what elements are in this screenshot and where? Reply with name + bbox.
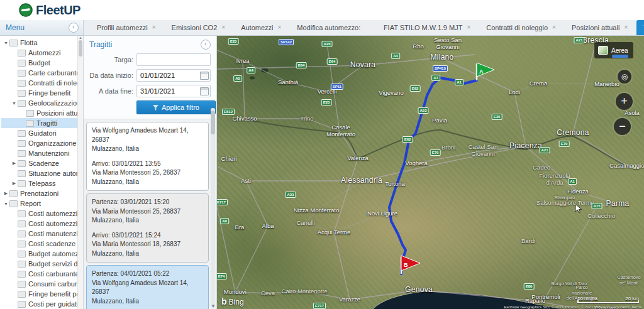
scroll-down-icon[interactable]: ▼ xyxy=(211,303,216,309)
map-label-novi-ligure: Novi Ligure xyxy=(367,210,397,217)
sidebar-item-geolocalizzazione[interactable]: ▼Geolocalizzazione xyxy=(1,98,78,108)
road-shield-e25: E25 xyxy=(228,38,239,45)
apply-filter-button[interactable]: Applica filtro xyxy=(136,100,216,114)
tab-label: Emissioni CO2 xyxy=(172,24,218,31)
road-shield-e70: E70 xyxy=(559,141,570,147)
menu-title: Menu xyxy=(6,23,25,32)
minus-icon: − xyxy=(619,120,626,133)
sidebar-item-costi-automezzi[interactable]: Costi automezzi (... xyxy=(1,219,78,229)
tab-label: Contratti di noleggio xyxy=(486,24,548,31)
start-flag-a[interactable]: A xyxy=(477,63,494,80)
map-layer-icon xyxy=(598,46,608,55)
sidebar-item-costi-manutenzio[interactable]: Costi manutenzio... xyxy=(1,229,78,239)
tree-item-label: Manutenzioni xyxy=(28,149,69,157)
sidebar-item-guidatori[interactable]: Guidatori xyxy=(1,128,78,138)
tree-item-label: Geolocalizzazione xyxy=(28,99,78,107)
road-shield-a26: A26 xyxy=(321,41,332,47)
map-label-cadeo: Cadeo xyxy=(533,165,550,171)
sidebar-item-fringe-benefit[interactable]: Fringe benefit xyxy=(1,88,78,98)
sidebar-item-tragitti[interactable]: Tragitti xyxy=(1,118,78,128)
tree-item-label: Costi automezzi (... xyxy=(28,220,78,227)
sidebar-item-costi-carburante[interactable]: Costi carburante xyxy=(1,269,78,279)
map-label-bra: Bra xyxy=(235,224,245,231)
sidebar-item-contratti-di-noleg[interactable]: Contratti di noleg... xyxy=(1,78,78,88)
sidebar-item-telepass[interactable]: ▶Telepass xyxy=(1,178,78,188)
sidebar-item-budget-automezzi[interactable]: Budget automezzi xyxy=(1,249,78,259)
zoom-in-button[interactable]: + xyxy=(616,93,633,110)
tab-3[interactable]: Modifica automezzo: FIAT STILO M.W.1.9 M… xyxy=(290,20,477,35)
sidebar-item-budget-servizi-di[interactable]: Budget servizi di... xyxy=(1,259,78,269)
sidebar-item-organizzazione[interactable]: Organizzazione xyxy=(1,138,78,148)
scale-km: 20 km xyxy=(625,296,639,301)
tree-item-icon xyxy=(9,190,18,197)
tab-6[interactable]: Tragitti× xyxy=(636,20,644,35)
sidebar-item-consumi-carbura[interactable]: Consumi carbura... xyxy=(1,279,78,289)
tab-close-icon[interactable]: × xyxy=(152,24,156,31)
map-label-nizza-monferrato: Nizza Monferrato xyxy=(294,207,339,214)
sidebar-item-manutenzioni[interactable]: Manutenzioni xyxy=(1,148,78,158)
tab-label: Automezzi xyxy=(241,24,273,31)
map-canvas[interactable]: A B MilanoSesto San GiovanniRhoNovaraIvr… xyxy=(217,36,644,309)
trip-card-0[interactable]: Via Wolfgang Amadeus Mozart 14, 26837Mul… xyxy=(86,122,209,191)
end-flag-b[interactable]: B xyxy=(401,256,420,274)
trip-card-1[interactable]: Partenza: 03/01/2021 15:20Via Maria Mont… xyxy=(86,193,209,263)
map-label-trino: Trino xyxy=(300,116,313,122)
tab-close-icon[interactable]: × xyxy=(467,24,470,31)
nav-tree: ▼FlottaAutomezziBudgetCarte carburanteCo… xyxy=(0,36,83,309)
sidebar-item-posizioni-attuali[interactable]: Posizioni attuali xyxy=(1,108,78,118)
road-shield-e74: E74 xyxy=(217,273,226,279)
sidebar-item-scadenze[interactable]: ▶Scadenze xyxy=(1,158,78,168)
sidebar-item-automezzi[interactable]: Automezzi xyxy=(1,48,78,58)
second-row: Menu ‹ Profili automezzi×Emissioni CO2×A… xyxy=(0,20,644,36)
sidebar-item-budget[interactable]: Budget xyxy=(1,58,78,68)
tab-4[interactable]: Contratti di noleggio× xyxy=(479,20,563,35)
sidebar-collapse-icon[interactable]: ‹ xyxy=(69,23,79,33)
sidebar-item-costi-automezzi[interactable]: Costi automezzi xyxy=(1,209,78,219)
main-body: ▼FlottaAutomezziBudgetCarte carburanteCo… xyxy=(0,36,644,309)
tab-0[interactable]: Profili automezzi× xyxy=(90,20,163,35)
layer-active-indicator xyxy=(612,55,628,58)
road-shield-e62: E62 xyxy=(402,136,413,143)
tab-close-icon[interactable]: × xyxy=(278,24,282,31)
tab-close-icon[interactable]: × xyxy=(221,24,225,31)
panel-collapse-icon[interactable]: ‹ xyxy=(201,40,211,50)
sidebar-item-report[interactable]: ▼Report xyxy=(1,198,78,209)
tree-item-icon xyxy=(18,70,26,77)
tree-item-icon xyxy=(18,241,26,247)
zoom-out-button[interactable]: − xyxy=(614,118,631,135)
filter-form: Targa: Da data inizio: A data fine: xyxy=(84,53,216,119)
sidebar-item-situazione-autom[interactable]: Situazione autom... xyxy=(1,168,78,178)
tree-item-label: Budget automezzi xyxy=(28,250,78,258)
scrollbar-thumb[interactable] xyxy=(211,111,215,134)
tab-2[interactable]: Automezzi× xyxy=(234,20,288,35)
scrollbar-thumb[interactable] xyxy=(79,40,82,57)
scale-line xyxy=(577,302,639,303)
map-label-cairo-montenotte: Cairo Montenotte xyxy=(282,288,328,295)
sidebar-item-carte-carburante[interactable]: Carte carburante xyxy=(1,68,78,78)
sidebar-scrollbar[interactable]: ▲ xyxy=(77,36,83,309)
map-label-alba: Alba xyxy=(262,223,274,230)
sidebar-item-prenotazioni[interactable]: ▶Prenotazioni xyxy=(1,188,78,198)
calendar-icon[interactable] xyxy=(200,87,209,95)
tab-close-icon[interactable]: × xyxy=(552,24,556,31)
tragitti-panel: Tragitti ‹ Targa: Da data inizio: xyxy=(84,36,217,309)
tab-1[interactable]: Emissioni CO2× xyxy=(165,20,233,35)
trip-card-line: Via Maria Montessori 25, 26837 xyxy=(92,207,203,217)
tab-close-icon[interactable]: × xyxy=(624,24,628,31)
tree-item-icon xyxy=(18,230,26,237)
sidebar-item-flotta[interactable]: ▼Flotta xyxy=(1,38,78,48)
locate-button[interactable]: ◎ xyxy=(618,70,631,84)
trips-scrollbar[interactable] xyxy=(211,108,215,308)
bing-logo[interactable]: b Bing xyxy=(221,296,244,306)
calendar-icon[interactable] xyxy=(200,72,209,80)
road-shield-a7: A7 xyxy=(431,75,440,81)
sidebar-item-costi-per-guidatore[interactable]: Costi per guidatore xyxy=(1,299,78,309)
tab-5[interactable]: Posizioni attuali× xyxy=(565,20,635,35)
scroll-up-icon[interactable]: ▲ xyxy=(79,36,82,40)
map-label-broni: Broni xyxy=(441,144,455,151)
trip-card-2[interactable]: Partenza: 04/01/2021 05:22Via Wolfgang A… xyxy=(86,265,209,309)
targa-input[interactable] xyxy=(136,53,211,66)
sidebar-item-costi-scadenze[interactable]: Costi scadenze xyxy=(1,239,78,249)
sidebar-item-fringe-benefit-pe[interactable]: Fringe benefit pe... xyxy=(1,289,78,299)
road-shield-e612: E612 xyxy=(222,109,235,115)
